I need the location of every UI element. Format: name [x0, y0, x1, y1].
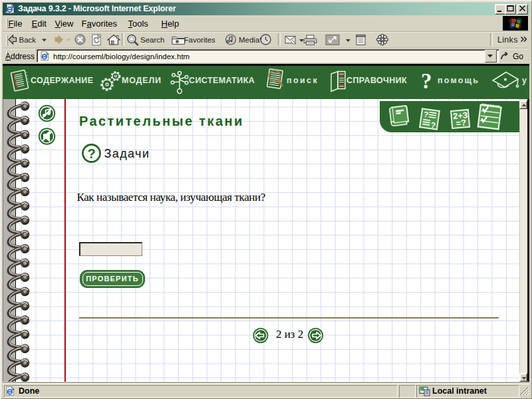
svg-text:?: ? — [421, 69, 432, 93]
svg-text:=?: =? — [455, 117, 466, 128]
svg-text:?: ? — [87, 146, 95, 160]
